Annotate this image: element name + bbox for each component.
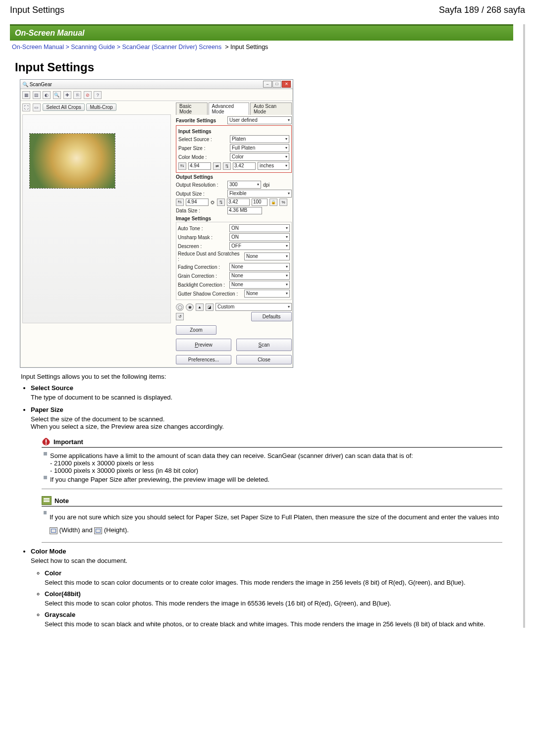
important-line2: If you change Paper Size after previewin… (50, 476, 269, 483)
tab-advanced-mode[interactable]: Advanced Mode (209, 102, 249, 115)
close-button[interactable]: Close (236, 355, 292, 364)
histogram-icon[interactable]: ▲ (196, 303, 204, 311)
height-field-icon (94, 527, 102, 534)
preview-image (30, 134, 115, 188)
width-icon: ⮀ (176, 199, 184, 206)
minimize-icon[interactable]: – (263, 81, 272, 88)
breadcrumb-link-manual[interactable]: On-Screen Manual (12, 44, 64, 50)
important-icon (42, 437, 51, 446)
reset-icon[interactable]: ↺ (176, 313, 184, 320)
close-icon[interactable]: ✕ (282, 81, 291, 88)
note-text-d: (Height). (104, 526, 129, 534)
important-callout: Important Some applications have a limit… (42, 435, 502, 489)
paper-size-label: Paper Size : (178, 146, 228, 151)
fading-select[interactable]: None (229, 263, 290, 271)
grain-select[interactable]: None (229, 272, 290, 280)
preview-button[interactable]: Preview (176, 339, 231, 351)
descreen-select[interactable]: OFF (229, 242, 290, 250)
auto-tone-select[interactable]: ON (229, 224, 290, 232)
gutter-select[interactable]: None (244, 290, 290, 298)
tool-icon[interactable]: 🔍 (53, 91, 61, 99)
output-settings-heading: Output Settings (176, 174, 292, 180)
note-text-b: measure the size of the document and ent… (330, 513, 499, 521)
intro-text: Input Settings allows you to set the fol… (21, 373, 513, 380)
width-icon: ⮀ (178, 162, 186, 170)
tab-auto-scan-mode[interactable]: Auto Scan Mode (250, 102, 292, 115)
color-title: Color (45, 569, 61, 577)
height-input[interactable]: 3.42 (233, 162, 256, 170)
unsharp-label: Unsharp Mask : (178, 235, 227, 240)
custom-select[interactable]: Custom (215, 303, 292, 311)
breadcrumb: On-Screen Manual > Scanning Guide > Scan… (10, 41, 513, 53)
preferences-button[interactable]: Preferences... (176, 355, 231, 364)
auto-tone-label: Auto Tone : (178, 226, 227, 231)
paper-size-body: Select the size of the document to be sc… (31, 415, 513, 430)
color-mode-select[interactable]: Color (230, 153, 289, 161)
important-label: Important (54, 438, 83, 446)
color48-title: Color(48bit) (45, 590, 81, 598)
scangear-title: 🔍 ScanGear (22, 82, 52, 87)
defaults-button[interactable]: Defaults (251, 312, 292, 321)
height-icon: ⮁ (223, 162, 231, 170)
preview-area[interactable] (22, 114, 171, 323)
paper-size-select[interactable]: Full Platen (230, 144, 289, 152)
manual-banner: On-Screen Manual (10, 24, 513, 41)
height-icon: ⮁ (217, 199, 225, 206)
output-size-select[interactable]: Flexible (227, 190, 292, 198)
grain-label: Grain Correction : (178, 273, 227, 279)
percent-input[interactable]: 100 (252, 199, 268, 206)
out-height-input[interactable]: 3.42 (227, 199, 250, 206)
select-source-select[interactable]: Platen (230, 135, 289, 143)
output-resolution-select[interactable]: 300 (227, 181, 261, 189)
tool-icon[interactable]: ⎘ (73, 91, 81, 99)
crop-icon[interactable]: ▭ (33, 103, 41, 111)
window-buttons: –□✕ (263, 81, 291, 88)
svg-rect-0 (46, 440, 47, 443)
crop-icon[interactable]: ⛶ (22, 103, 30, 111)
scangear-toolbar: ▦ ▤ ◐ 🔍 ✚ ⎘ ⊘ ? (20, 89, 293, 101)
dust-select[interactable]: None (244, 252, 290, 260)
output-size-label: Output Size : (176, 191, 225, 197)
tab-basic-mode[interactable]: Basic Mode (176, 102, 208, 115)
dust-label: Reduce Dust and Scratches : (178, 251, 242, 262)
maximize-icon[interactable]: □ (272, 81, 281, 88)
select-source-body: The type of document to be scanned is di… (31, 394, 513, 401)
swap-icon[interactable]: ⇄ (213, 162, 221, 170)
tone-icon[interactable]: ◪ (206, 303, 214, 311)
multi-crop-button[interactable]: Multi-Crop (86, 103, 116, 111)
breadcrumb-current: Input Settings (230, 44, 268, 50)
note-callout: Note If you are not sure which size you … (42, 494, 502, 543)
tool-icon[interactable]: ▦ (22, 91, 30, 99)
curve-icon[interactable]: ◉ (186, 303, 194, 311)
tool-icon[interactable]: ⊘ (84, 91, 92, 99)
color-mode-label: Color Mode : (178, 154, 228, 160)
tool-icon[interactable]: ? (94, 91, 102, 99)
tool-icon[interactable]: ▤ (33, 91, 41, 99)
unit-select[interactable]: inches (258, 162, 289, 170)
breadcrumb-link-scangear[interactable]: ScanGear (Scanner Driver) Screens (122, 44, 221, 50)
color-mode-title: Color Mode (31, 548, 66, 555)
fading-label: Fading Correction : (178, 264, 227, 270)
unsharp-select[interactable]: ON (229, 233, 290, 241)
select-source-title: Select Source (31, 384, 73, 392)
zoom-button[interactable]: Zoom (176, 325, 216, 335)
note-text-a: If you are not sure which size you shoul… (50, 513, 328, 521)
note-icon (42, 496, 52, 505)
output-resolution-label: Output Resolution : (176, 182, 225, 188)
select-all-crops-button[interactable]: Select All Crops (43, 103, 85, 111)
scan-button[interactable]: Scan (236, 339, 292, 351)
tool-icon[interactable]: ✚ (63, 91, 71, 99)
breadcrumb-link-scanning[interactable]: Scanning Guide (71, 44, 115, 50)
curve-icon[interactable]: ◯ (176, 303, 184, 311)
paper-size-title: Paper Size (31, 406, 63, 413)
data-size-label: Data Size : (176, 208, 225, 213)
favorite-settings-select[interactable]: User defined (227, 116, 292, 124)
tool-icon[interactable]: ◐ (43, 91, 51, 99)
width-input[interactable]: 4.94 (188, 162, 211, 170)
scangear-window: 🔍 ScanGear –□✕ ▦ ▤ ◐ 🔍 ✚ ⎘ ⊘ ? ⛶ ▭ Selec… (20, 79, 293, 368)
scale-icon[interactable]: % (279, 199, 287, 206)
grayscale-title: Grayscale (45, 611, 75, 618)
backlight-select[interactable]: None (229, 281, 290, 289)
lock-icon[interactable]: 🔒 (269, 199, 277, 206)
out-width-input[interactable]: 4.94 (186, 199, 209, 206)
